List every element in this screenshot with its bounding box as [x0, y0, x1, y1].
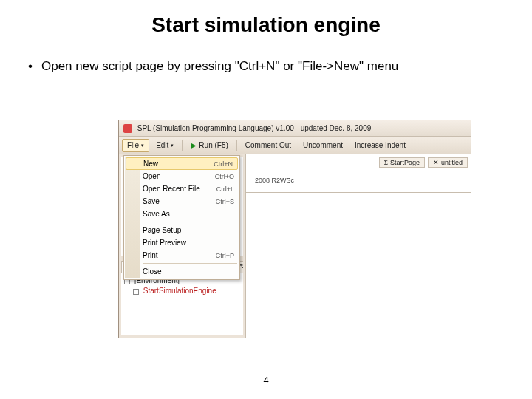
slide-title: Start simulation engine — [0, 13, 532, 37]
toolbar-separator — [182, 140, 183, 151]
chevron-down-icon: ▾ — [141, 143, 144, 149]
menu-print-preview[interactable]: Print Preview — [125, 236, 239, 249]
menu-close[interactable]: Close — [125, 265, 239, 278]
comment-out-button[interactable]: Comment Out — [240, 139, 296, 152]
titlebar[interactable]: SPL (Simulation Programming Language) v1… — [119, 120, 471, 137]
uncomment-label: Uncomment — [303, 141, 343, 149]
file-menu-button[interactable]: File ▾ — [122, 139, 149, 152]
menu-close-label: Close — [143, 267, 162, 276]
menu-open-recent[interactable]: Open Recent File Ctrl+L — [125, 183, 239, 195]
menu-new-shortcut: Ctrl+N — [214, 160, 233, 168]
tab-startpage-label: StartPage — [390, 159, 420, 166]
menu-print-shortcut: Ctrl+P — [216, 252, 234, 259]
tab-untitled[interactable]: ✕ untitled — [428, 157, 468, 168]
menu-save-shortcut: Ctrl+S — [216, 198, 234, 205]
sigma-icon: Σ — [384, 159, 388, 166]
edit-menu-button[interactable]: Edit ▾ — [151, 139, 179, 152]
document-tabs: Σ StartPage ✕ untitled — [379, 157, 468, 168]
toolbar: File ▾ Edit ▾ ▶ Run (F5) Comment Out Unc… — [119, 137, 471, 154]
chevron-down-icon: ▾ — [171, 143, 174, 149]
edit-menu-label: Edit — [156, 141, 168, 149]
menu-save[interactable]: Save Ctrl+S — [125, 195, 239, 208]
file-dropdown-menu: New Ctrl+N Open Ctrl+O Open Recent File … — [123, 155, 240, 280]
menu-open[interactable]: Open Ctrl+O — [125, 170, 239, 183]
window-title: SPL (Simulation Programming Language) v1… — [137, 124, 371, 132]
credits-text: 2008 R2WSc — [255, 177, 294, 184]
increase-indent-label: Increase Indent — [355, 141, 406, 149]
app-icon — [123, 124, 132, 133]
menu-save-as-label: Save As — [143, 210, 170, 218]
tree-node-icon — [133, 289, 139, 295]
slide-bullet: Open new script page by pressing "Ctrl+N… — [28, 59, 532, 74]
tab-startpage[interactable]: Σ StartPage — [379, 157, 425, 168]
uncomment-button[interactable]: Uncomment — [298, 139, 348, 152]
menu-open-label: Open — [143, 172, 160, 180]
tree-child[interactable]: StartSimulationEngine — [133, 286, 240, 296]
menu-print[interactable]: Print Ctrl+P — [125, 249, 239, 262]
menu-new-label: New — [143, 160, 158, 168]
menu-open-recent-label: Open Recent File — [143, 185, 200, 193]
tab-untitled-label: untitled — [441, 159, 463, 166]
file-menu-label: File — [127, 141, 139, 149]
menu-open-shortcut: Ctrl+O — [215, 173, 234, 180]
play-icon: ▶ — [191, 141, 197, 149]
menu-print-label: Print — [143, 251, 158, 259]
run-label: Run (F5) — [199, 141, 228, 149]
toolbar-separator — [236, 140, 237, 151]
menu-separator — [143, 263, 237, 264]
menu-open-recent-shortcut: Ctrl+L — [216, 185, 234, 193]
run-button[interactable]: ▶ Run (F5) — [185, 139, 233, 152]
menu-page-setup-label: Page Setup — [143, 226, 181, 234]
menu-save-as[interactable]: Save As — [125, 208, 239, 220]
comment-out-label: Comment Out — [245, 141, 291, 149]
document-header: Σ StartPage ✕ untitled 2008 R2WSc — [246, 154, 471, 193]
menu-separator — [143, 222, 237, 222]
menu-save-label: Save — [143, 197, 160, 205]
tree-child-label: StartSimulationEngine — [143, 287, 216, 295]
menu-page-setup[interactable]: Page Setup — [125, 224, 239, 236]
menu-print-preview-label: Print Preview — [143, 239, 186, 247]
menu-new[interactable]: New Ctrl+N — [126, 157, 238, 170]
increase-indent-button[interactable]: Increase Indent — [349, 139, 411, 152]
close-icon[interactable]: ✕ — [433, 159, 439, 166]
main-area: Σ StartPage ✕ untitled 2008 R2WSc — [246, 154, 471, 338]
page-number: 4 — [263, 375, 268, 386]
